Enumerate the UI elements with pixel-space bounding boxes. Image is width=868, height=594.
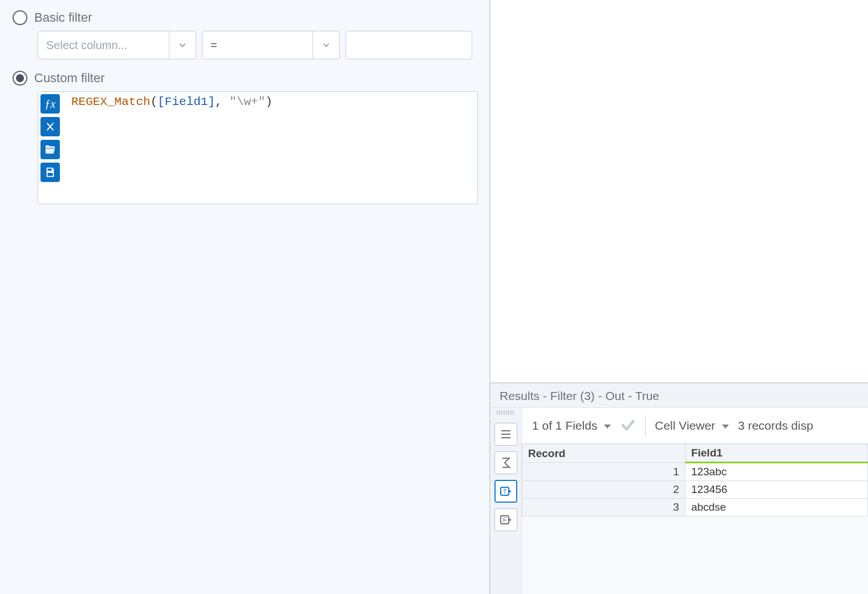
operator-dropdown[interactable]: =: [202, 31, 340, 59]
basic-filter-label: Basic filter: [34, 10, 92, 25]
value-input[interactable]: [346, 31, 472, 59]
apply-check-icon[interactable]: [620, 417, 636, 435]
true-output-tab[interactable]: T: [494, 480, 517, 503]
separator: [645, 415, 646, 436]
fx-functions-button[interactable]: ƒx: [40, 94, 60, 114]
results-table: Record Field1 1 123abc 2 123456: [522, 444, 868, 516]
custom-filter-radio[interactable]: [13, 71, 27, 86]
sigma-view-button[interactable]: [494, 451, 517, 474]
x-columns-button[interactable]: [40, 117, 60, 136]
table-row[interactable]: 2 123456: [522, 481, 868, 499]
caret-down-icon: [604, 425, 611, 429]
svg-text:F: F: [503, 516, 507, 523]
chevron-down-icon: [169, 31, 196, 59]
table-row[interactable]: 1 123abc: [522, 463, 868, 481]
table-header-row: Record Field1: [522, 445, 868, 463]
column-dropdown[interactable]: Select column...: [38, 31, 196, 59]
table-row[interactable]: 3 abcdse: [522, 499, 868, 516]
chevron-down-icon: [313, 31, 339, 59]
expression-editor-container: ƒx REGEX_Match([Field1], "\w+"): [38, 91, 478, 204]
results-panel: Results - Filter (3) - Out - True T F: [490, 382, 868, 594]
fields-dropdown[interactable]: 1 of 1 Fields: [532, 419, 611, 433]
workflow-canvas[interactable]: T F REGEX_Match ([Field1], "\w+"): [490, 0, 868, 382]
caret-down-icon: [722, 425, 729, 429]
save-button[interactable]: [40, 163, 60, 182]
column-header-record[interactable]: Record: [522, 445, 686, 463]
expression-toolbar: ƒx: [38, 92, 67, 204]
custom-filter-label: Custom filter: [34, 71, 104, 86]
records-count-label: 3 records disp: [738, 419, 813, 433]
results-title: Results - Filter (3) - Out - True: [490, 383, 868, 408]
expression-editor[interactable]: REGEX_Match([Field1], "\w+"): [67, 92, 477, 204]
config-panel: Basic filter Select column... = Custom f…: [0, 0, 490, 594]
cell-viewer-dropdown[interactable]: Cell Viewer: [655, 419, 729, 433]
basic-filter-radio[interactable]: [13, 10, 27, 25]
folder-open-button[interactable]: [40, 140, 60, 159]
basic-filter-inputs: Select column... =: [38, 31, 484, 59]
svg-text:T: T: [503, 488, 507, 495]
results-gutter: T F: [490, 408, 522, 594]
false-output-tab[interactable]: F: [494, 508, 517, 531]
grip-icon: [497, 410, 515, 415]
metadata-view-button[interactable]: [494, 423, 517, 446]
results-toolbar: 1 of 1 Fields Cell Viewer 3 records disp: [522, 408, 868, 444]
column-header-field1[interactable]: Field1: [685, 445, 867, 463]
